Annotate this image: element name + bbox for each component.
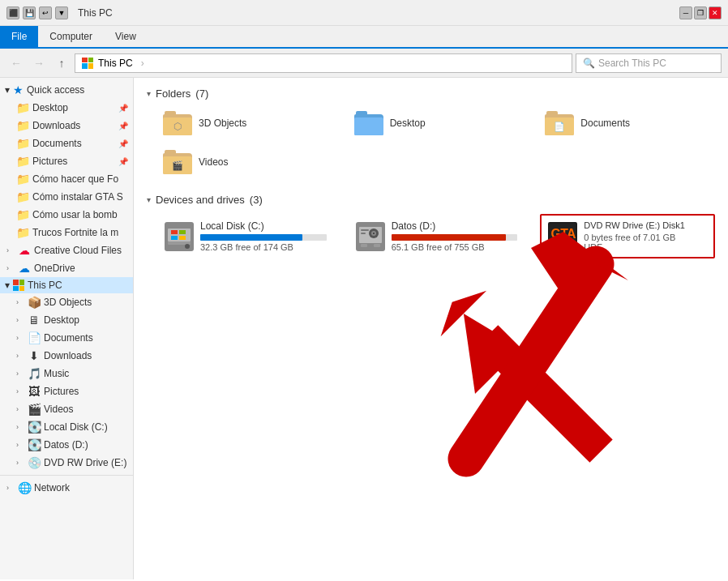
address-chevron: › [141, 58, 144, 69]
sidebar-this-pc-header[interactable]: ▾ This PC [0, 277, 133, 293]
dropdown-icon[interactable]: ▼ [55, 6, 68, 19]
folder-item-documents[interactable]: 📄 Documents [540, 108, 715, 139]
sidebar-label-pc-documents: Documents [44, 332, 128, 344]
chevron-videos: › [16, 405, 24, 413]
folders-label: Folders [156, 88, 191, 100]
sidebar-item-videos[interactable]: › 🎬 Videos [0, 400, 133, 418]
sidebar-item-recent-1[interactable]: 📁 Cómo hacer que Fo [0, 170, 133, 188]
drives-section-header[interactable]: ▾ Devices and drives (3) [147, 194, 715, 206]
drive-e-icon: GTA V [548, 222, 577, 251]
videos-icon: 🎬 [28, 403, 41, 416]
sidebar-item-creative-cloud[interactable]: › ☁ Creative Cloud Files [0, 241, 133, 259]
drive-item-d[interactable]: Datos (D:) 65.1 GB free of 755 GB [349, 214, 525, 258]
music-icon: 🎵 [28, 367, 41, 380]
back-button[interactable]: ← [6, 53, 26, 73]
sidebar-item-pc-downloads[interactable]: › ⬇ Downloads [0, 347, 133, 365]
sidebar-label-recent-2: Cómo instalar GTA S [32, 191, 128, 203]
downloads-folder-icon: 📁 [16, 119, 29, 132]
svg-rect-11 [374, 244, 380, 247]
svg-rect-5 [171, 236, 178, 240]
local-disk-c-icon: 💽 [28, 421, 41, 434]
drive-c-icon [165, 222, 194, 251]
star-icon: ★ [13, 83, 24, 96]
drive-d-label: Datos (D:) [392, 220, 518, 232]
forward-button[interactable]: → [29, 53, 49, 73]
sidebar-label-pictures: Pictures [32, 156, 115, 167]
3dobjects-icon: 📦 [28, 296, 41, 309]
desktop-folder-icon: 📁 [16, 101, 29, 114]
drives-grid: Local Disk (C:) 32.3 GB free of 174 GB [158, 214, 715, 258]
sidebar-label-videos: Videos [44, 404, 128, 415]
sidebar-item-pc-desktop[interactable]: › 🖥 Desktop [0, 311, 133, 329]
sidebar-label-pc-desktop: Desktop [44, 314, 128, 326]
drive-d-progress-bg [392, 234, 518, 241]
sidebar-item-recent-4[interactable]: 📁 Trucos Fortnite la m [0, 224, 133, 241]
folder-documents-icon: 📄 [545, 111, 574, 135]
sidebar-label-documents: Documents [32, 138, 115, 149]
svg-rect-16 [361, 233, 366, 234]
sidebar-item-documents[interactable]: 📁 Documents 📌 [0, 135, 133, 152]
tab-file[interactable]: File [0, 26, 38, 47]
folder-item-3dobjects[interactable]: ⬡ 3D Objects [158, 108, 333, 139]
search-box[interactable]: 🔍 Search This PC [576, 53, 722, 73]
folders-grid: ⬡ 3D Objects Desktop 📄 [158, 108, 715, 177]
sidebar-item-local-disk-c[interactable]: › 💽 Local Disk (C:) [0, 418, 133, 436]
pin-icon-desktop: 📌 [118, 104, 128, 113]
pc-desktop-icon: 🖥 [28, 314, 41, 327]
svg-rect-10 [361, 244, 367, 247]
svg-line-24 [466, 264, 596, 459]
quick-access-icon[interactable]: ⬛ [6, 6, 19, 19]
tab-view[interactable]: View [104, 26, 148, 47]
sidebar-item-desktop[interactable]: 📁 Desktop 📌 [0, 99, 133, 117]
drive-item-c[interactable]: Local Disk (C:) 32.3 GB free of 174 GB [158, 214, 333, 258]
chevron-drives: ▾ [147, 195, 151, 204]
chevron-onedrive: › [6, 264, 15, 272]
folders-section-header[interactable]: ▾ Folders (7) [147, 88, 715, 100]
svg-point-7 [185, 244, 190, 249]
sidebar-item-downloads[interactable]: 📁 Downloads 📌 [0, 117, 133, 135]
sidebar-item-pictures[interactable]: 📁 Pictures 📌 [0, 152, 133, 170]
sidebar-item-network[interactable]: › 🌐 Network [0, 479, 133, 497]
sidebar-label-dvd-e: DVD RW Drive (E:) [44, 457, 128, 468]
minimize-btn[interactable]: ─ [679, 6, 692, 19]
tab-computer[interactable]: Computer [38, 26, 104, 47]
drive-item-e[interactable]: GTA V DVD RW Drive (E:) Disk1 0 bytes fr… [540, 214, 715, 258]
sidebar-item-recent-2[interactable]: 📁 Cómo instalar GTA S [0, 188, 133, 206]
drive-d-size: 65.1 GB free of 755 GB [392, 242, 518, 252]
folder-item-desktop[interactable]: Desktop [349, 108, 525, 139]
sidebar-item-datos-d[interactable]: › 💽 Datos (D:) [0, 436, 133, 454]
restore-btn[interactable]: ❐ [694, 6, 707, 19]
sidebar-label-network: Network [34, 482, 128, 493]
svg-point-14 [373, 233, 375, 234]
folder-item-videos[interactable]: 🎬 Videos [158, 147, 333, 177]
onedrive-icon: ☁ [18, 262, 31, 275]
pin-icon-pictures: 📌 [118, 157, 128, 166]
address-bar[interactable]: This PC › [75, 53, 572, 73]
chevron-pc-downloads: › [16, 352, 24, 360]
sidebar-item-pc-pictures[interactable]: › 🖼 Pictures [0, 382, 133, 400]
sidebar-item-pc-documents[interactable]: › 📄 Documents [0, 329, 133, 347]
svg-marker-22 [418, 280, 532, 394]
drive-e-label: DVD RW Drive (E:) Disk1 [584, 220, 707, 230]
sidebar: ▾ ★ Quick access 📁 Desktop 📌 📁 Downloads… [0, 78, 134, 579]
up-button[interactable]: ↑ [52, 53, 71, 73]
sidebar-item-music[interactable]: › 🎵 Music [0, 365, 133, 382]
creative-cloud-icon: ☁ [18, 244, 31, 257]
drive-d-progress-fill [392, 234, 507, 241]
sidebar-quick-access-header[interactable]: ▾ ★ Quick access [0, 81, 133, 99]
sidebar-item-dvd-e[interactable]: › 💿 DVD RW Drive (E:) [0, 454, 133, 472]
save-icon[interactable]: 💾 [23, 6, 36, 19]
folders-count: (7) [195, 88, 208, 100]
svg-rect-4 [179, 230, 186, 234]
close-btn[interactable]: ✕ [709, 6, 722, 19]
sidebar-item-onedrive[interactable]: › ☁ OneDrive [0, 259, 133, 277]
address-text: This PC [98, 58, 133, 69]
sidebar-label-recent-4: Trucos Fortnite la m [32, 227, 128, 238]
folder-videos-icon: 🎬 [163, 150, 192, 174]
svg-rect-21 [475, 325, 613, 463]
sidebar-item-3dobjects[interactable]: › 📦 3D Objects [0, 293, 133, 311]
sidebar-item-recent-3[interactable]: 📁 Cómo usar la bomb [0, 206, 133, 224]
undo-icon[interactable]: ↩ [39, 6, 52, 19]
pin-icon-downloads: 📌 [118, 122, 128, 130]
svg-rect-6 [179, 236, 186, 240]
